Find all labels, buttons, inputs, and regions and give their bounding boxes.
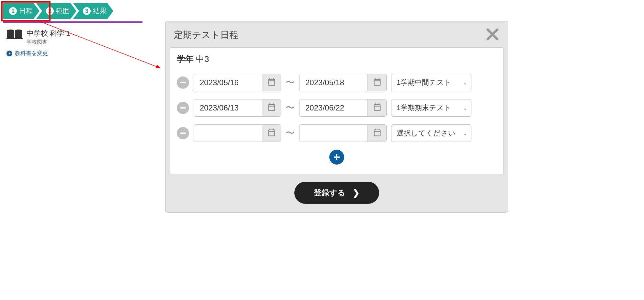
end-date-input[interactable]	[299, 99, 367, 116]
end-date-field	[299, 74, 387, 91]
start-date-input[interactable]	[194, 74, 262, 91]
chevron-down-icon: ⌄	[463, 80, 467, 86]
test-name-select[interactable]: 1学期中間テスト⌄	[391, 74, 471, 91]
step-tab-result[interactable]: 3 結果	[73, 3, 113, 19]
step-tab-schedule[interactable]: 1 日程	[3, 3, 40, 19]
submit-label: 登録する	[314, 188, 345, 198]
end-date-field	[299, 99, 387, 117]
grade-label: 学年	[177, 54, 194, 64]
calendar-icon	[267, 103, 276, 113]
change-textbook-label: 教科書を変更	[15, 50, 48, 57]
test-name-select[interactable]: 1学期期末テスト⌄	[391, 99, 471, 117]
start-date-field	[194, 124, 281, 142]
test-name-select[interactable]: 選択してください⌄	[391, 124, 471, 142]
chevron-right-icon: ❯	[353, 188, 360, 198]
step-number-badge: 2	[46, 7, 54, 15]
start-date-field	[194, 99, 281, 117]
step-number-badge: 1	[9, 7, 17, 15]
step-label: 結果	[93, 6, 107, 16]
dialog-header: 定期テスト日程	[165, 21, 508, 47]
dialog-body: 学年 中3 〜1学期中間テスト⌄〜1学期期末テスト⌄〜選択してください⌄	[170, 47, 503, 174]
dialog-footer: 登録する ❯	[165, 174, 508, 212]
select-value: 選択してください	[397, 128, 456, 138]
calendar-icon	[267, 77, 276, 88]
calendar-button[interactable]	[367, 125, 386, 142]
schedule-dialog: 定期テスト日程 学年 中3 〜1学期中間テスト⌄〜1学期期末テスト⌄〜選択してく…	[165, 21, 508, 213]
grade-value: 中3	[196, 54, 209, 64]
dialog-title: 定期テスト日程	[174, 29, 238, 41]
textbook-section: 中学校 科学 1 学校図書	[3, 23, 142, 48]
calendar-icon	[373, 77, 382, 88]
textbook-title: 中学校 科学 1	[27, 29, 70, 38]
end-date-input[interactable]	[299, 125, 367, 142]
textbook-publisher: 学校図書	[27, 39, 70, 46]
calendar-button[interactable]	[262, 99, 281, 116]
calendar-button[interactable]	[262, 125, 281, 142]
end-date-input[interactable]	[299, 74, 367, 91]
calendar-button[interactable]	[367, 99, 386, 116]
step-tab-range[interactable]: 2 範囲	[36, 3, 76, 19]
range-separator: 〜	[286, 102, 295, 114]
range-separator: 〜	[286, 127, 295, 139]
svg-rect-0	[6, 38, 23, 39]
select-value: 1学期期末テスト	[397, 103, 451, 113]
remove-row-button[interactable]	[177, 76, 189, 89]
remove-row-button[interactable]	[177, 127, 189, 139]
book-icon	[6, 29, 23, 41]
calendar-button[interactable]	[367, 74, 386, 91]
calendar-icon	[373, 128, 382, 138]
arrow-right-icon	[6, 51, 12, 56]
step-label: 日程	[19, 6, 33, 16]
chevron-down-icon: ⌄	[463, 130, 467, 136]
submit-button[interactable]: 登録する ❯	[294, 182, 379, 204]
select-value: 1学期中間テスト	[397, 78, 451, 87]
left-panel: 1 日程 2 範囲 3 結果 中学校 科学 1 学校図書 教科書を変更	[3, 3, 142, 60]
chevron-down-icon: ⌄	[463, 105, 467, 111]
grade-row: 学年 中3	[177, 53, 497, 65]
calendar-button[interactable]	[262, 74, 281, 91]
start-date-field	[194, 74, 281, 91]
calendar-icon	[267, 128, 276, 138]
remove-row-button[interactable]	[177, 102, 189, 114]
add-row-button[interactable]	[329, 150, 344, 165]
close-icon	[485, 27, 500, 41]
close-button[interactable]	[485, 27, 500, 43]
start-date-input[interactable]	[194, 125, 262, 142]
change-textbook-link[interactable]: 教科書を変更	[3, 48, 142, 60]
schedule-row: 〜選択してください⌄	[177, 124, 497, 142]
range-separator: 〜	[286, 76, 295, 89]
schedule-row: 〜1学期中間テスト⌄	[177, 74, 497, 91]
end-date-field	[299, 124, 387, 142]
schedule-row: 〜1学期期末テスト⌄	[177, 99, 497, 117]
step-label: 範囲	[56, 6, 70, 16]
step-number-badge: 3	[83, 7, 91, 15]
step-tabs: 1 日程 2 範囲 3 結果	[3, 3, 142, 19]
start-date-input[interactable]	[194, 99, 262, 116]
calendar-icon	[373, 103, 382, 113]
